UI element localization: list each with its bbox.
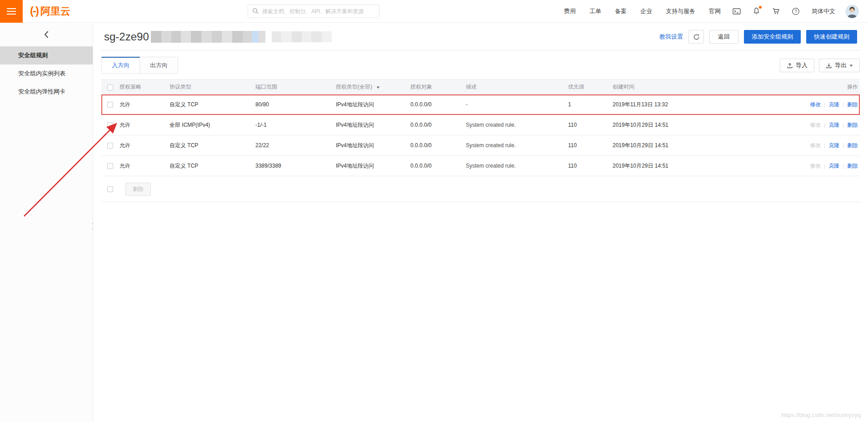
cell-priority: 110 [568,122,613,128]
cell-actions: 修改|克隆|删除 [722,101,860,109]
censored-title-mosaic [151,31,265,43]
table-body: 允许 自定义 TCP 80/80 IPv4地址段访问 0.0.0.0/0 - 1… [101,94,860,176]
main-content: sg-2ze90 教我设置 返回 添加安全组规则 快速创建规则 [93,23,868,422]
upload-icon [787,62,793,69]
download-icon [826,62,832,69]
cell-actions: 修改|克隆|删除 [722,162,860,170]
cell-created: 2019年11月13日 13:32 [613,101,722,109]
cell-created: 2019年10月29日 14:51 [613,142,722,149]
notifications-button[interactable] [753,7,760,15]
back-button[interactable]: 返回 [709,30,738,44]
table-row: 允许 自定义 TCP 3389/3389 IPv4地址段访问 0.0.0.0/0… [101,156,860,176]
quick-create-rule-button[interactable]: 快速创建规则 [806,30,857,44]
import-button[interactable]: 导入 [780,59,814,72]
table-row: 允许 全部 ICMP(IPv4) -1/-1 IPv4地址段访问 0.0.0.0… [101,115,860,135]
cell-actions: 修改|克隆|删除 [722,121,860,129]
modify-link[interactable]: 修改 [810,163,821,169]
cell-created: 2019年10月29日 14:51 [613,162,722,170]
svg-text:?: ? [794,9,797,14]
row-checkbox[interactable] [107,143,113,149]
tab-inbound[interactable]: 入方向 [101,57,140,74]
menu-item-enterprise[interactable]: 企业 [640,7,652,15]
sidebar: 安全组规则 安全组内实例列表 安全组内弹性网卡 [0,23,93,422]
col-created: 创建时间 [613,83,722,91]
cell-auth-object: 0.0.0.0/0 [410,142,466,149]
cell-auth-object: 0.0.0.0/0 [410,101,466,108]
menu-item-billing[interactable]: 费用 [564,7,576,15]
cell-protocol: 自定义 TCP [170,162,255,170]
menu-item-icp[interactable]: 备案 [615,7,627,15]
table-row: 允许 自定义 TCP 80/80 IPv4地址段访问 0.0.0.0/0 - 1… [101,94,860,115]
cloudshell-button[interactable] [733,8,741,15]
refresh-button[interactable] [688,30,704,44]
delete-link[interactable]: 删除 [847,163,858,169]
clone-link[interactable]: 克隆 [828,142,839,149]
sidebar-item-eni-list[interactable]: 安全组内弹性网卡 [0,83,93,101]
search-input[interactable] [262,8,375,15]
col-description: 描述 [466,83,568,91]
add-security-group-rule-button[interactable]: 添加安全组规则 [744,30,801,44]
row-checkbox[interactable] [107,102,113,108]
delete-link[interactable]: 删除 [847,122,858,128]
notification-badge [759,6,762,9]
cell-auth-type: IPv4地址段访问 [336,162,410,170]
avatar[interactable] [845,5,859,18]
clone-link[interactable]: 克隆 [828,122,839,128]
cart-button[interactable] [772,7,780,15]
cell-priority: 1 [568,101,613,108]
menu-item-website[interactable]: 官网 [709,7,721,15]
import-label: 导入 [796,61,808,70]
delete-link[interactable]: 删除 [847,101,858,108]
batch-delete-button[interactable]: 删除 [125,183,151,196]
delete-link[interactable]: 删除 [847,142,858,149]
table-row: 允许 自定义 TCP 22/22 IPv4地址段访问 0.0.0.0/0 Sys… [101,135,860,156]
cell-description: - [466,101,568,108]
cell-protocol: 全部 ICMP(IPv4) [170,121,255,129]
language-selector[interactable]: 简体中文 [812,7,835,15]
aliyun-logo[interactable]: (-) 阿里云 [30,5,70,18]
col-auth-object: 授权对象 [410,83,466,91]
rules-table: 授权策略 协议类型 端口范围 授权类型(全部) ▼ 授权对象 描述 优先级 创建… [101,79,860,202]
col-auth-type[interactable]: 授权类型(全部) ▼ [336,83,410,91]
menu-item-tickets[interactable]: 工单 [589,7,601,15]
col-actions: 操作 [722,83,860,91]
hamburger-menu-button[interactable] [0,0,23,23]
sidebar-back-button[interactable] [0,23,93,46]
cell-auth-type: IPv4地址段访问 [336,101,410,109]
cell-port-range: 3389/3389 [255,163,336,169]
logo-text: 阿里云 [40,5,70,18]
topbar: (-) 阿里云 费用 工单 备案 企业 支持与服务 官网 [0,0,868,23]
cell-protocol: 自定义 TCP [170,142,255,149]
caret-down-icon: ▼ [849,64,853,68]
modify-link[interactable]: 修改 [810,122,821,128]
teach-me-setup-link[interactable]: 教我设置 [659,33,683,41]
help-button[interactable]: ? [792,7,800,15]
clone-link[interactable]: 克隆 [828,163,839,169]
tab-bar: 入方向 出方向 导入 [101,57,860,74]
cart-icon [772,7,780,15]
select-all-checkbox[interactable] [107,84,113,90]
export-button[interactable]: 导出 ▼ [819,59,860,72]
cell-port-range: 22/22 [255,142,336,149]
cell-port-range: 80/80 [255,101,336,108]
cell-priority: 110 [568,163,613,169]
avatar-image [845,5,859,18]
cell-protocol: 自定义 TCP [170,101,255,109]
modify-link[interactable]: 修改 [810,142,821,149]
row-checkbox[interactable] [107,163,113,169]
watermark: https://blog.csdn.net/sunnyzyq [781,412,861,418]
global-search[interactable] [248,5,379,18]
cell-description: System created rule. [466,142,568,149]
cell-auth-type: IPv4地址段访问 [336,121,410,129]
menu-item-support[interactable]: 支持与服务 [666,7,695,15]
batch-select-checkbox[interactable] [107,186,113,192]
sidebar-item-security-group-rules[interactable]: 安全组规则 [0,46,93,65]
cell-policy: 允许 [120,162,170,170]
tab-outbound[interactable]: 出方向 [140,57,178,74]
row-checkbox[interactable] [107,122,113,128]
modify-link[interactable]: 修改 [810,101,821,108]
clone-link[interactable]: 克隆 [828,101,839,108]
cell-actions: 修改|克隆|删除 [722,142,860,149]
sidebar-item-instance-list[interactable]: 安全组内实例列表 [0,65,93,83]
col-port-range: 端口范围 [255,83,336,91]
